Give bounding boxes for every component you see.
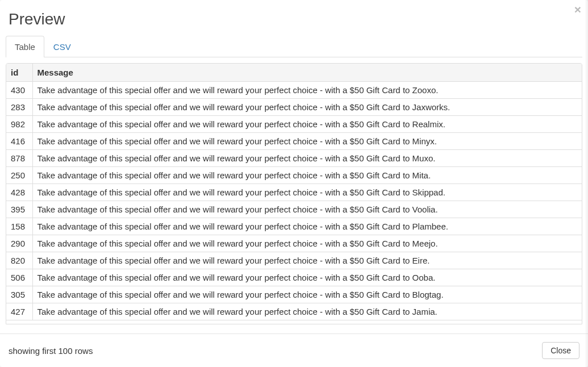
table-row[interactable]: 820Take advantage of this special offer … <box>6 252 582 269</box>
preview-table: id Message 430Take advantage of this spe… <box>6 64 582 320</box>
tabs-container: TableCSV <box>0 35 588 57</box>
cell-id: 290 <box>6 235 32 252</box>
table-row[interactable]: 428Take advantage of this special offer … <box>6 184 582 201</box>
footer-status: showing first 100 rows <box>9 346 93 356</box>
table-row[interactable]: 416Take advantage of this special offer … <box>6 133 582 150</box>
cell-message: Take advantage of this special offer and… <box>32 218 582 235</box>
table-row[interactable]: 506Take advantage of this special offer … <box>6 269 582 286</box>
cell-message: Take advantage of this special offer and… <box>32 235 582 252</box>
close-button[interactable]: Close <box>542 342 579 359</box>
cell-id: 428 <box>6 184 32 201</box>
cell-message: Take advantage of this special offer and… <box>32 303 582 320</box>
preview-modal: × Preview TableCSV id Message 430Take ad… <box>0 0 588 367</box>
column-header-message[interactable]: Message <box>32 64 582 82</box>
cell-id: 416 <box>6 133 32 150</box>
cell-id: 878 <box>6 150 32 167</box>
cell-message: Take advantage of this special offer and… <box>32 252 582 269</box>
close-icon[interactable]: × <box>574 3 581 15</box>
table-scroll[interactable]: id Message 430Take advantage of this spe… <box>6 63 582 324</box>
cell-id: 430 <box>6 82 32 99</box>
cell-id: 427 <box>6 303 32 320</box>
cell-id: 250 <box>6 167 32 184</box>
tab-csv[interactable]: CSV <box>44 36 80 57</box>
table-row[interactable]: 430Take advantage of this special offer … <box>6 82 582 99</box>
modal-footer: showing first 100 rows Close <box>0 333 588 367</box>
cell-message: Take advantage of this special offer and… <box>32 201 582 218</box>
cell-message: Take advantage of this special offer and… <box>32 286 582 303</box>
cell-id: 158 <box>6 218 32 235</box>
modal-title: Preview <box>9 10 579 28</box>
cell-message: Take advantage of this special offer and… <box>32 269 582 286</box>
cell-message: Take advantage of this special offer and… <box>32 150 582 167</box>
table-row[interactable]: 427Take advantage of this special offer … <box>6 303 582 320</box>
table-row[interactable]: 290Take advantage of this special offer … <box>6 235 582 252</box>
table-row[interactable]: 395Take advantage of this special offer … <box>6 201 582 218</box>
modal-header: × Preview <box>0 0 588 35</box>
cell-id: 506 <box>6 269 32 286</box>
cell-message: Take advantage of this special offer and… <box>32 82 582 99</box>
table-row[interactable]: 250Take advantage of this special offer … <box>6 167 582 184</box>
table-row[interactable]: 158Take advantage of this special offer … <box>6 218 582 235</box>
column-header-id[interactable]: id <box>6 64 32 82</box>
tab-table[interactable]: Table <box>6 36 44 57</box>
table-row[interactable]: 878Take advantage of this special offer … <box>6 150 582 167</box>
table-row[interactable]: 305Take advantage of this special offer … <box>6 286 582 303</box>
cell-message: Take advantage of this special offer and… <box>32 116 582 133</box>
cell-id: 305 <box>6 286 32 303</box>
cell-id: 283 <box>6 99 32 116</box>
cell-id: 982 <box>6 116 32 133</box>
cell-id: 395 <box>6 201 32 218</box>
cell-message: Take advantage of this special offer and… <box>32 167 582 184</box>
modal-body: id Message 430Take advantage of this spe… <box>0 57 588 333</box>
cell-message: Take advantage of this special offer and… <box>32 99 582 116</box>
cell-message: Take advantage of this special offer and… <box>32 184 582 201</box>
table-row[interactable]: 982Take advantage of this special offer … <box>6 116 582 133</box>
page-scrollbar[interactable] <box>585 0 588 367</box>
cell-id: 820 <box>6 252 32 269</box>
cell-message: Take advantage of this special offer and… <box>32 133 582 150</box>
table-row[interactable]: 283Take advantage of this special offer … <box>6 99 582 116</box>
